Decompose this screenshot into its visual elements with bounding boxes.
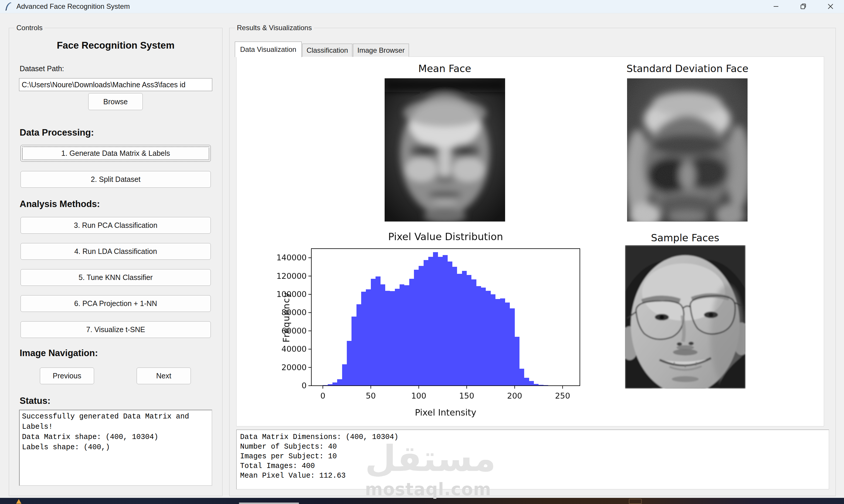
mean-face-image: [385, 78, 505, 222]
restore-button[interactable]: [790, 0, 817, 13]
svg-text:120000: 120000: [276, 271, 307, 281]
status-textarea[interactable]: Successfully generated Data Matrix and L…: [19, 410, 212, 486]
data-processing-heading: Data Processing:: [20, 127, 94, 138]
svg-text:40000: 40000: [281, 344, 307, 354]
tab-image-browser[interactable]: Image Browser: [353, 43, 409, 57]
std-face-image: [627, 78, 747, 222]
sample-face-image: [625, 245, 745, 389]
sample-faces-title: Sample Faces: [651, 232, 719, 244]
run-pca-button[interactable]: 3. Run PCA Classification: [20, 217, 211, 234]
browse-button[interactable]: Browse: [88, 93, 143, 110]
svg-text:100: 100: [411, 391, 427, 400]
minimize-button[interactable]: [762, 0, 790, 13]
svg-text:0: 0: [302, 381, 307, 390]
tab-classification[interactable]: Classification: [302, 43, 352, 57]
previous-button[interactable]: Previous: [40, 367, 94, 384]
tab-data-visualization[interactable]: Data Visualization: [235, 41, 302, 57]
results-frame-label: Results & Visualizations: [235, 24, 314, 32]
window-controls: [762, 0, 844, 13]
taskbar-sliver: [0, 498, 844, 504]
tk-feather-icon: [5, 2, 12, 11]
std-face-title: Standard Deviation Face: [626, 63, 748, 74]
svg-text:250: 250: [555, 391, 570, 400]
svg-text:150: 150: [459, 391, 474, 400]
mean-face-title: Mean Face: [418, 63, 471, 74]
analysis-methods-heading: Analysis Methods:: [20, 199, 100, 210]
pca-projection-button[interactable]: 6. PCA Projection + 1-NN: [20, 295, 211, 312]
image-navigation-heading: Image Navigation:: [20, 348, 98, 358]
window-title: Advanced Face Recognition System: [16, 2, 130, 11]
restore-icon: [799, 3, 807, 10]
taskbar-faint-icon: [629, 499, 642, 504]
page-title: Face Recognition System: [9, 40, 222, 51]
minimize-icon: [772, 3, 780, 10]
taskbar-flame-icon: [16, 499, 21, 504]
controls-frame-label: Controls: [14, 24, 45, 32]
svg-text:200: 200: [507, 391, 522, 400]
taskbar-app-highlight: [239, 503, 299, 504]
close-icon: [827, 3, 834, 10]
figure-canvas: Mean Face Standard Deviation Face Sample…: [236, 56, 824, 426]
results-panel: Results & Visualizations Data Visualizat…: [229, 28, 836, 496]
svg-text:Pixel Intensity: Pixel Intensity: [415, 407, 476, 418]
svg-text:50: 50: [366, 391, 376, 400]
visualize-tsne-button[interactable]: 7. Visualize t-SNE: [20, 321, 211, 338]
tune-knn-button[interactable]: 5. Tune KNN Classifier: [20, 269, 211, 286]
next-button[interactable]: Next: [137, 367, 191, 384]
dataset-path-label: Dataset Path:: [20, 65, 64, 73]
svg-text:Pixel Value Distribution: Pixel Value Distribution: [388, 231, 503, 242]
run-lda-button[interactable]: 4. Run LDA Classification: [20, 243, 211, 260]
results-tabbar: Data Visualization Classification Image …: [235, 41, 410, 57]
svg-text:Frequency: Frequency: [281, 292, 291, 343]
dataset-info-textarea[interactable]: Data Matrix Dimensions: (400, 10304) Num…: [236, 430, 829, 489]
dataset-path-input[interactable]: [19, 78, 212, 91]
controls-panel: Controls Face Recognition System Dataset…: [9, 28, 223, 496]
pixel-histogram: 0501001502002500200004000060000800001000…: [237, 221, 630, 426]
close-button[interactable]: [817, 0, 844, 13]
status-heading: Status:: [20, 396, 50, 406]
svg-text:20000: 20000: [281, 363, 307, 372]
generate-data-matrix-button[interactable]: 1. Generate Data Matrix & Labels: [20, 145, 211, 162]
svg-text:0: 0: [321, 391, 325, 400]
title-bar: Advanced Face Recognition System: [0, 0, 844, 13]
svg-text:140000: 140000: [276, 253, 307, 262]
split-dataset-button[interactable]: 2. Split Dataset: [20, 171, 211, 188]
